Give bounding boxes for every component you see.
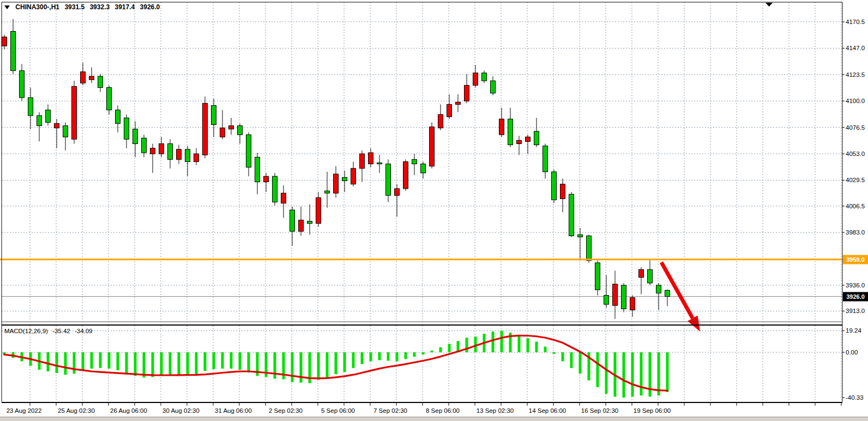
candle [482,71,487,83]
macd-bar [117,352,119,370]
panel-separator[interactable] [2,324,842,326]
price-axis-label: 4029.5 [846,177,865,183]
candle-body [142,138,147,153]
macd-bar [91,352,93,369]
price-axis-label: 4006.5 [846,203,865,209]
candle-body [491,81,496,93]
candle-body [229,126,234,129]
candle-body [517,140,522,143]
candle [194,148,199,165]
candle-body [20,71,25,98]
macd-bar [405,352,407,359]
candle [2,35,7,50]
candle [11,19,16,74]
macd-bar [387,352,390,360]
candle-body [150,148,155,154]
time-axis-label: 14 Sep 06:00 [529,407,566,414]
macd-title: MACD(12,26,9) [4,328,48,334]
candle [255,153,260,194]
symbol-header[interactable]: CHINA300-,H1 3931.5 3932.3 3917.4 3926.0 [4,3,163,11]
candle-body [264,176,269,182]
candle-body [255,157,260,182]
macd-bar [169,352,172,375]
time-axis-label: 5 Sep 06:00 [321,407,355,414]
macd-bar [466,338,468,352]
candle [168,139,173,169]
candle-body [46,110,51,123]
candle-body [560,184,565,199]
macd-bar [631,352,634,396]
candle [360,151,365,182]
macd-bar [352,352,355,368]
candle-body [2,37,7,46]
candle-body [116,110,120,124]
window-bottom-strip [0,417,868,421]
candle [630,296,635,317]
time-axis-label: 19 Sep 06:00 [634,407,671,414]
price-axis-label: 4170.5 [846,19,865,25]
macd-bar [361,352,364,364]
candle [299,207,304,236]
macd-bar [204,352,207,371]
candle-body [656,285,661,293]
macd-bar [501,330,503,352]
candle [72,81,77,143]
candle-body [543,146,548,172]
candle [220,110,225,140]
macd-bar [527,338,529,352]
macd-bar [221,352,224,369]
candle [107,85,112,115]
macd-bar [125,352,128,373]
candle-body [369,153,373,164]
panel-borders [2,2,842,403]
candle [229,118,234,135]
candle-body [482,73,487,81]
arrow-head[interactable] [688,315,700,332]
candle [55,119,59,148]
macd-bar [82,352,85,370]
candle [264,173,269,192]
candle [534,118,539,147]
macd-bar [623,352,625,398]
candle [552,170,557,203]
candle-body [316,197,321,223]
candle-body [587,236,592,260]
candle [491,76,496,95]
candle-body [107,88,112,110]
macd-layer [3,330,669,398]
candle-body [386,164,391,196]
chart-canvas[interactable] [0,0,868,421]
candle-body [238,126,243,135]
dropdown-triangle-icon[interactable] [4,5,10,9]
macd-bar [658,352,660,395]
candle-body [281,193,286,203]
candle [403,159,408,191]
candle-body [630,298,635,310]
candle-body [473,73,478,86]
candle [116,105,120,132]
candle-body [595,263,600,290]
scroll-to-end-icon[interactable] [765,3,773,7]
candle [342,171,347,192]
candle-body [578,234,583,237]
candles-layer [2,19,670,319]
trading-chart-window: CHINA300-,H1 3931.5 3932.3 3917.4 3926.0… [0,0,868,421]
candle-body [72,86,77,139]
candle [412,154,417,175]
macd-bar [562,352,564,361]
axis-ticks [30,22,845,406]
price-axis-label: 4123.5 [846,71,865,78]
symbol-period-label: CHINA300-,H1 [15,3,59,11]
candle [81,63,86,85]
candle-body [133,129,138,144]
time-axis-label: 30 Aug 02:30 [162,407,200,414]
candle [560,178,565,212]
candle-body [220,128,225,137]
current-price-badge: 3926.0 [843,292,868,301]
macd-bar [300,352,303,383]
macd-axis-label: 19.24 [846,327,861,334]
candle [369,148,373,167]
candle-body [308,221,312,224]
candle [438,104,443,130]
candle [595,261,600,296]
